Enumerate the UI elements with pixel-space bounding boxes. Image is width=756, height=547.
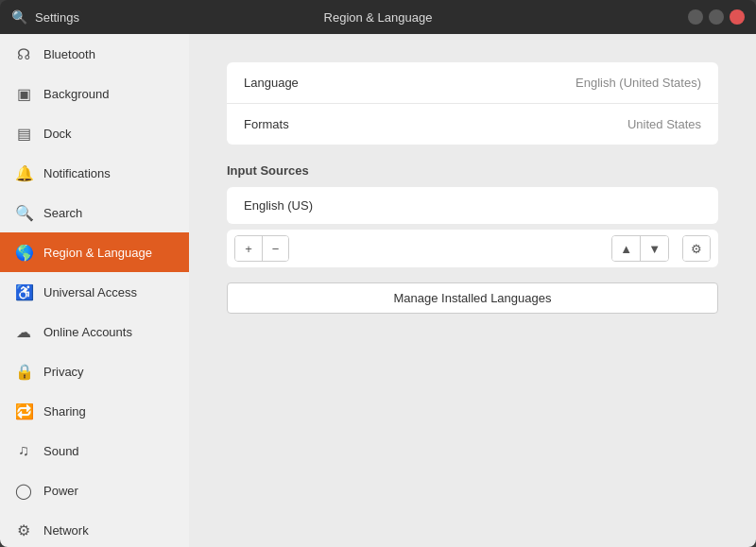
main-layout: ☊ Bluetooth ▣ Background ▤ Dock 🔔 Notifi… [0,34,756,547]
background-icon: ▣ [15,85,32,103]
language-row[interactable]: Language English (United States) [227,62,718,104]
sidebar-item-notifications[interactable]: 🔔 Notifications [0,153,189,193]
power-icon: ◯ [15,482,32,500]
maximize-button[interactable]: □ [709,9,724,25]
bluetooth-icon: ☊ [15,45,32,63]
titlebar-search-icon[interactable]: 🔍 [11,9,27,25]
move-down-button[interactable]: ▼ [640,236,668,261]
input-sources-title: Input Sources [227,163,718,178]
sidebar-item-online-accounts[interactable]: ☁ Online Accounts [0,312,189,351]
sound-icon: ♫ [15,442,32,459]
input-sources-section: Input Sources English (US) + − ▲ ▼ [227,163,718,314]
add-remove-group: + − [234,235,289,262]
sidebar: ☊ Bluetooth ▣ Background ▤ Dock 🔔 Notifi… [0,34,189,547]
search-icon: 🔍 [15,204,32,222]
add-input-source-button[interactable]: + [235,236,262,261]
input-source-label: English (US) [244,198,313,213]
formats-label: Formats [244,117,289,131]
language-value: English (United States) [576,76,701,90]
sidebar-item-label: Region & Language [43,246,174,260]
formats-row[interactable]: Formats United States [227,104,718,145]
settings-group: ⚙ [682,235,711,262]
privacy-icon: 🔒 [15,363,32,381]
input-source-english-us[interactable]: English (US) [227,187,718,224]
language-label: Language [244,76,299,90]
titlebar-left: 🔍 Settings [11,9,79,25]
app-window: 🔍 Settings Region & Language – □ ✕ ☊ Blu… [0,0,756,547]
input-source-settings-button[interactable]: ⚙ [683,236,710,261]
sidebar-item-search[interactable]: 🔍 Search [0,193,189,232]
notifications-icon: 🔔 [15,164,32,182]
move-up-button[interactable]: ▲ [612,236,640,261]
input-sources-controls: + − ▲ ▼ ⚙ [227,230,718,267]
minimize-button[interactable]: – [688,9,703,25]
sidebar-item-label: Sound [43,444,174,458]
sidebar-item-label: Sharing [43,404,174,419]
sidebar-item-label: Universal Access [43,285,174,299]
sidebar-item-dock[interactable]: ▤ Dock [0,113,189,153]
titlebar-app-title: Settings [35,10,79,25]
sidebar-item-sharing[interactable]: 🔁 Sharing [0,391,189,431]
main-content: Language English (United States) Formats… [189,34,756,547]
sidebar-item-label: Privacy [43,365,174,379]
sidebar-item-power[interactable]: ◯ Power [0,470,189,510]
sidebar-item-label: Search [43,206,174,220]
sidebar-item-label: Power [43,484,174,498]
sidebar-item-background[interactable]: ▣ Background [0,74,189,113]
sidebar-item-label: Bluetooth [43,47,174,61]
close-button[interactable]: ✕ [730,9,745,25]
sidebar-item-region-language[interactable]: 🌎 Region & Language [0,232,189,272]
input-sources-card: English (US) [227,187,718,224]
sharing-icon: 🔁 [15,402,32,420]
titlebar: 🔍 Settings Region & Language – □ ✕ [0,0,756,34]
dock-icon: ▤ [15,125,32,143]
sidebar-item-label: Network [43,523,174,538]
sidebar-item-network[interactable]: ⚙ Network [0,510,189,547]
reorder-group: ▲ ▼ [611,235,669,262]
sidebar-item-label: Online Accounts [43,325,174,339]
sidebar-item-universal-access[interactable]: ♿ Universal Access [0,272,189,312]
manage-installed-languages-button[interactable]: Manage Installed Languages [227,282,718,314]
region-icon: 🌎 [15,244,32,262]
window-title: Region & Language [324,10,433,25]
formats-value: United States [627,117,701,131]
language-formats-card: Language English (United States) Formats… [227,62,718,145]
remove-input-source-button[interactable]: − [262,236,288,261]
titlebar-buttons: – □ ✕ [688,9,745,25]
sidebar-item-privacy[interactable]: 🔒 Privacy [0,351,189,391]
sidebar-item-label: Dock [43,127,174,141]
universal-access-icon: ♿ [15,283,32,301]
sidebar-item-label: Background [43,87,174,101]
sidebar-item-sound[interactable]: ♫ Sound [0,431,189,470]
sidebar-item-label: Notifications [43,166,174,180]
network-icon: ⚙ [15,521,32,539]
sidebar-item-bluetooth[interactable]: ☊ Bluetooth [0,34,189,74]
online-accounts-icon: ☁ [15,323,32,341]
